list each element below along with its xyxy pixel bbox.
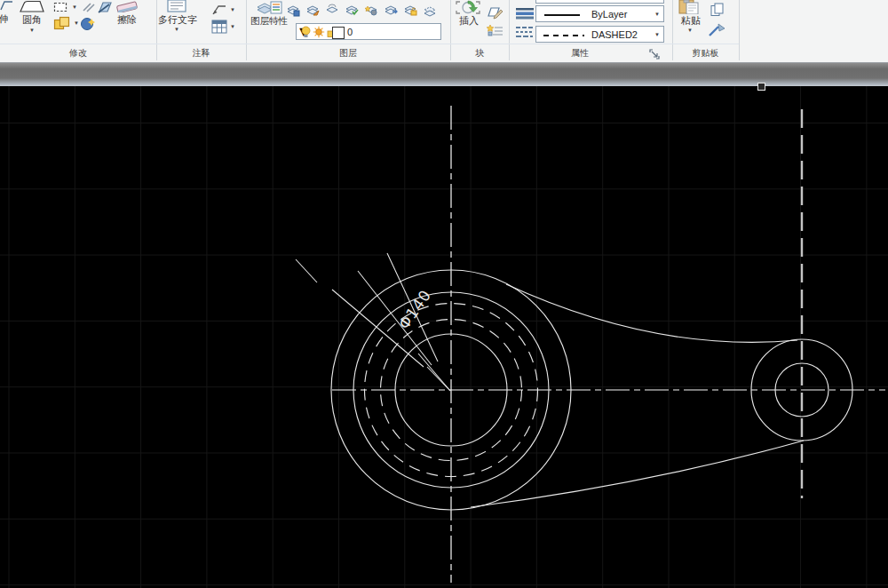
table-dropdown-arrow[interactable]: ▼ xyxy=(230,24,235,29)
layer-color-swatch[interactable] xyxy=(332,27,345,39)
layer-on-bulb-icon[interactable] xyxy=(300,26,312,38)
lineweight-sample xyxy=(544,14,580,16)
panel-label-layers: 图层 xyxy=(246,47,450,60)
current-layer-name: 0 xyxy=(347,27,353,37)
match-properties-brush-icon[interactable] xyxy=(708,22,726,37)
panel-label-annotate: 注释 xyxy=(156,47,246,60)
leader-icon[interactable] xyxy=(211,3,227,16)
copy-clip-icon[interactable] xyxy=(710,3,725,17)
panel-label-properties: 属性 xyxy=(509,47,651,60)
fillet-dropdown-arrow[interactable]: ▼ xyxy=(29,28,35,33)
leader-arrow-line-2 xyxy=(427,367,450,391)
drawing-canvas[interactable]: Φ140 xyxy=(0,86,888,588)
paste-dropdown-arrow[interactable]: ▼ xyxy=(687,28,693,33)
linetype-value: DASHED2 xyxy=(591,29,638,40)
arm-top-edge xyxy=(506,284,797,342)
explode-icon[interactable] xyxy=(82,2,96,12)
panel-separator xyxy=(739,0,740,60)
panel-label-block: 块 xyxy=(450,47,509,60)
lineweight-value: ByLayer xyxy=(591,9,627,20)
stretch-icon[interactable] xyxy=(0,0,13,11)
mtext-dropdown-arrow[interactable]: ▼ xyxy=(174,27,179,32)
block-edit-icon[interactable] xyxy=(487,5,503,20)
fillet-icon xyxy=(18,0,46,12)
construction-ray-3-segment xyxy=(296,259,317,282)
linetype-sample xyxy=(543,35,584,36)
properties-dialog-launcher-icon[interactable] xyxy=(649,49,661,60)
leader-dropdown-arrow[interactable]: ▼ xyxy=(230,7,235,12)
mtext-icon xyxy=(167,0,188,12)
linetype-icon[interactable] xyxy=(515,26,535,39)
dimension-text: Φ140 xyxy=(395,286,435,332)
layer-properties-button[interactable]: 图层特性 xyxy=(248,15,290,26)
table-icon[interactable] xyxy=(211,20,227,34)
insert-block-icon xyxy=(455,0,483,14)
lineweight-icon[interactable] xyxy=(515,7,535,20)
linetype-select[interactable]: DASHED2 ▼ xyxy=(535,26,664,43)
stretch-button[interactable]: 伸 xyxy=(0,13,12,24)
copy-dropdown-arrow[interactable]: ▼ xyxy=(74,20,79,26)
viewport-grip[interactable] xyxy=(757,83,765,91)
layer-tools-icons[interactable] xyxy=(286,3,442,18)
lineweight-select[interactable]: ByLayer ▼ xyxy=(535,5,664,22)
block-attributes-icon[interactable] xyxy=(486,24,504,39)
drawing-window-titlebar[interactable] xyxy=(0,63,888,86)
copy-icon[interactable] xyxy=(53,16,72,30)
color-select-partial[interactable] xyxy=(535,0,664,4)
drawing-geometry: Φ140 xyxy=(0,86,888,588)
array-icon[interactable] xyxy=(53,2,68,12)
fillet-button[interactable]: 圆角 xyxy=(18,14,46,25)
mtext-button[interactable]: 多行文字 xyxy=(158,14,197,25)
label-row-divider xyxy=(0,44,739,44)
paste-icon xyxy=(678,0,704,14)
insert-block-button[interactable]: 插入 xyxy=(456,15,481,26)
array-dropdown-arrow[interactable]: ▼ xyxy=(72,4,77,10)
layer-select[interactable]: 0 ▼ xyxy=(296,23,441,40)
linetype-select-arrow[interactable]: ▼ xyxy=(654,32,660,37)
panel-label-clipboard: 剪贴板 xyxy=(672,47,739,60)
lineweight-select-arrow[interactable]: ▼ xyxy=(654,12,660,17)
chamfer-edit-icon[interactable] xyxy=(95,0,113,14)
scale-icon[interactable] xyxy=(80,16,97,31)
arm-bottom-edge xyxy=(471,441,804,507)
construction-ray-2 xyxy=(358,271,432,365)
layer-thaw-sun-icon[interactable] xyxy=(313,26,325,38)
panel-label-modify: 修改 xyxy=(0,47,156,60)
ribbon: 伸 圆角 ▼ ▼ ▼ xyxy=(0,0,888,63)
layer-properties-icon xyxy=(256,0,282,14)
autocad-window: { "ribbon": { "modify": {"label":"修改","s… xyxy=(0,0,888,588)
erase-button[interactable]: 擦除 xyxy=(114,14,140,25)
erase-icon xyxy=(114,0,142,12)
paste-button[interactable]: 粘贴 xyxy=(678,15,703,26)
